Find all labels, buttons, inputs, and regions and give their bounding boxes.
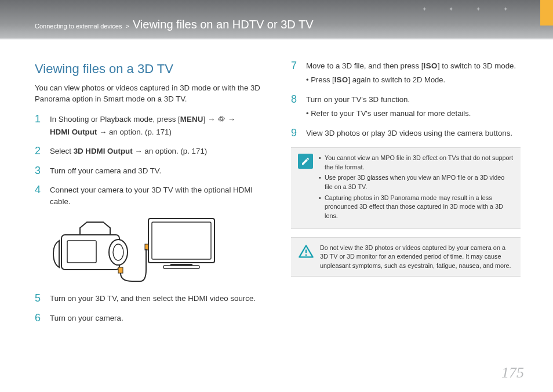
svg-point-10 — [305, 254, 307, 256]
step-text: → an option. (p. 171) — [133, 147, 208, 155]
step-number: 3 — [35, 165, 43, 177]
header-decoration-stars: ✦ ✦ ✦ ✦ — [422, 6, 518, 12]
step-number: 2 — [35, 146, 43, 157]
step-5: 5 Turn on your 3D TV, and then select th… — [35, 293, 264, 304]
step-text: ] → — [203, 115, 217, 124]
step-bold-text: HDMI Output — [50, 128, 97, 136]
step-body: View 3D photos or play 3D videos using t… — [306, 128, 521, 139]
step-number: 8 — [291, 94, 299, 119]
iso-button-label: ISO — [334, 75, 348, 84]
step-1: 1 In Shooting or Playback mode, press [M… — [35, 114, 264, 137]
note-list: You cannot view an MPO file in 3D effect… — [319, 154, 514, 222]
step-body: Turn off your camera and 3D TV. — [50, 165, 264, 177]
step-text: In Shooting or Playback mode, press [ — [50, 115, 180, 124]
page-number: 175 — [501, 364, 524, 382]
section-intro: You can view photos or videos captured i… — [35, 82, 264, 104]
warning-box: Do not view the 3D photos or videos capt… — [291, 237, 521, 277]
warning-triangle-icon — [298, 244, 314, 260]
breadcrumb-section: Connecting to external devices — [35, 23, 122, 30]
svg-rect-8 — [118, 267, 123, 273]
svg-rect-1 — [152, 222, 211, 259]
steps-list-right: 7 Move to a 3D file, and then press [ISO… — [291, 60, 521, 139]
right-column: 7 Move to a 3D file, and then press [ISO… — [291, 60, 521, 332]
step-text: ] to switch to 3D mode. — [438, 61, 516, 70]
gear-icon — [217, 115, 225, 126]
svg-rect-3 — [163, 266, 199, 268]
step-text: Turn on your TV's 3D function. — [306, 95, 410, 104]
step-body: Turn on your 3D TV, and then select the … — [50, 293, 264, 304]
step-bold-text: 3D HDMI Output — [74, 147, 133, 155]
breadcrumb: Connecting to external devices > Viewing… — [35, 18, 314, 39]
step-number: 4 — [35, 184, 43, 207]
step-sub: Refer to your TV's user manual for more … — [306, 108, 521, 119]
menu-button-label: MENU — [180, 115, 203, 124]
step-number: 9 — [291, 128, 299, 139]
svg-rect-7 — [67, 241, 96, 263]
step-4: 4 Connect your camera to your 3D TV with… — [35, 184, 264, 207]
camera-tv-connection-diagram — [50, 215, 218, 285]
header-accent-tab — [540, 0, 553, 26]
svg-point-6 — [113, 244, 123, 260]
step-number: 1 — [35, 114, 43, 137]
note-pencil-icon — [298, 154, 313, 169]
page-content: Viewing files on a 3D TV You can view ph… — [0, 39, 553, 332]
note-box: You cannot view an MPO file in 3D effect… — [291, 147, 521, 228]
sub-text: ] again to switch to 2D Mode. — [348, 75, 446, 84]
step-6: 6 Turn on your camera. — [35, 313, 264, 324]
iso-button-label: ISO — [424, 61, 438, 70]
note-item: Capturing photos in 3D Panorama mode may… — [319, 194, 514, 221]
step-2: 2 Select 3D HDMI Output → an option. (p.… — [35, 146, 264, 157]
warning-text: Do not view the 3D photos or videos capt… — [320, 244, 514, 271]
section-heading: Viewing files on a 3D TV — [35, 61, 264, 77]
step-body: Turn on your TV's 3D function. Refer to … — [306, 94, 521, 119]
breadcrumb-title: Viewing files on an HDTV or 3D TV — [133, 18, 314, 31]
step-body: Turn on your camera. — [50, 313, 264, 324]
step-text: → an option. (p. 171) — [97, 128, 172, 136]
steps-list-left: 1 In Shooting or Playback mode, press [M… — [35, 114, 264, 207]
note-item: You cannot view an MPO file in 3D effect… — [319, 154, 514, 172]
step-body: In Shooting or Playback mode, press [MEN… — [50, 114, 264, 137]
step-number: 6 — [35, 313, 43, 324]
step-text: Move to a 3D file, and then press [ — [306, 61, 424, 70]
step-sub: Press [ISO] again to switch to 2D Mode. — [306, 75, 521, 86]
step-text: → — [225, 115, 235, 124]
step-text: Select — [50, 147, 74, 155]
step-number: 5 — [35, 293, 43, 304]
page-header: ✦ ✦ ✦ ✦ Connecting to external devices >… — [0, 0, 553, 39]
step-body: Select 3D HDMI Output → an option. (p. 1… — [50, 146, 264, 157]
left-column: Viewing files on a 3D TV You can view ph… — [35, 60, 264, 332]
step-9: 9 View 3D photos or play 3D videos using… — [291, 128, 521, 139]
step-3: 3 Turn off your camera and 3D TV. — [35, 165, 264, 177]
step-7: 7 Move to a 3D file, and then press [ISO… — [291, 60, 521, 86]
breadcrumb-separator: > — [125, 23, 129, 30]
sub-text: Press [ — [311, 75, 334, 84]
note-item: Use proper 3D glasses when you view an M… — [319, 173, 514, 191]
steps-list-left-cont: 5 Turn on your 3D TV, and then select th… — [35, 293, 264, 324]
step-body: Move to a 3D file, and then press [ISO] … — [306, 60, 521, 86]
step-8: 8 Turn on your TV's 3D function. Refer t… — [291, 94, 521, 119]
step-number: 7 — [291, 60, 299, 86]
step-body: Connect your camera to your 3D TV with t… — [50, 184, 264, 207]
